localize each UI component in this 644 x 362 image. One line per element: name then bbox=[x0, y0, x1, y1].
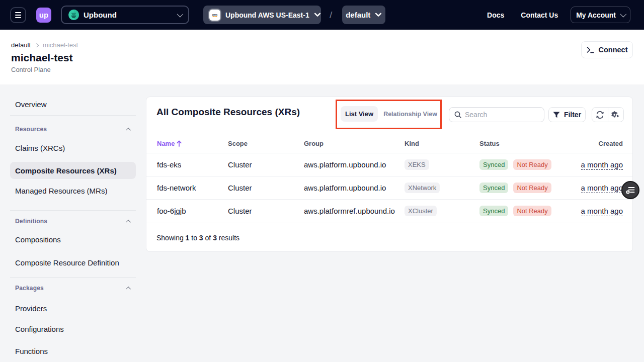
svg-text:aws: aws bbox=[212, 13, 217, 16]
